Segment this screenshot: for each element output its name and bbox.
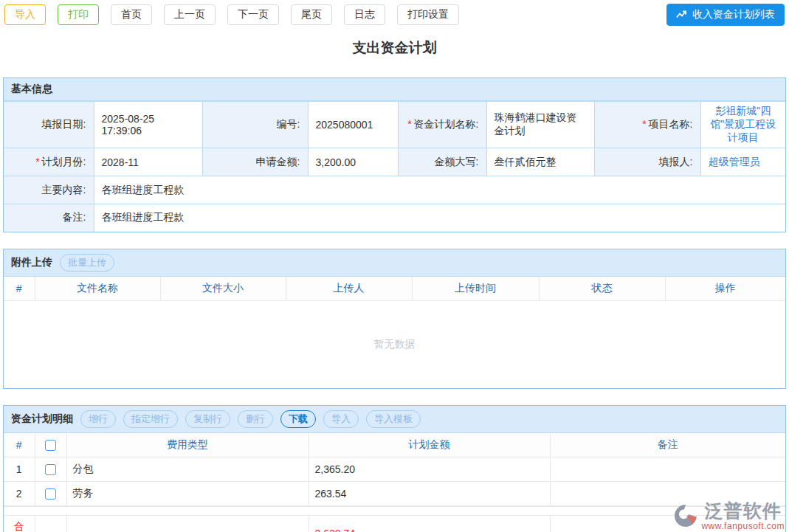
delete-row-button[interactable]: 删行 [238,410,273,428]
plan-name-label: *资金计划名称: [398,102,486,148]
detail-col-fee-type: 费用类型 [66,433,309,457]
attachment-col-actions: 操作 [665,277,785,301]
plan-name-value: 珠海鹤港口建设资金计划 [486,102,594,148]
detail-title: 资金计划明细 [11,412,73,426]
number-value: 2025080001 [308,102,398,148]
no-data-text: 暂无数据 [374,338,416,351]
attachment-section: 附件上传 批量上传 # 文件名称 文件大小 上传人 上传时间 状态 操作 暂无数… [3,249,786,389]
required-mark: * [35,156,39,167]
row-index: 2 [4,481,35,505]
apply-amount-label: 申请金额: [202,148,308,176]
basic-info-table: 填报日期: 2025-08-25 17:39:06 编号: 2025080001… [4,101,785,232]
total-fee-type-cell [66,515,309,532]
next-page-button[interactable]: 下一页 [227,4,279,25]
fill-date-label: 填报日期: [4,102,94,148]
add-row-button[interactable]: 增行 [80,410,116,428]
attachment-col-status: 状态 [539,277,665,301]
first-page-button[interactable]: 首页 [111,4,152,25]
attachment-col-uploader: 上传人 [286,277,412,301]
row-amount: 2,365.20 [309,457,550,481]
plan-month-value: 2028-11 [94,148,202,176]
plan-month-label: *计划月份: [4,148,94,176]
add-row-at-button[interactable]: 指定增行 [123,410,178,428]
attachment-table: # 文件名称 文件大小 上传人 上传时间 状态 操作 [4,277,785,301]
log-button[interactable]: 日志 [344,4,385,25]
row-amount: 263.54 [309,481,550,505]
row-remark [550,457,785,481]
row-index: 1 [4,457,35,481]
print-settings-button[interactable]: 打印设置 [397,4,459,25]
detail-col-remark: 备注 [550,433,785,457]
prev-page-button[interactable]: 上一页 [164,4,216,25]
download-button[interactable]: 下载 [280,410,316,428]
select-all-checkbox[interactable] [45,440,56,451]
required-mark: * [642,118,646,130]
remark-label: 备注: [4,204,94,232]
attachment-col-file-name: 文件名称 [35,277,160,301]
table-row: 1 分包 2,365.20 [4,457,785,481]
fanpu-url: www.fanpusoft.com [701,522,785,531]
attachment-col-file-size: 文件大小 [160,277,286,301]
row-select-cell [35,481,66,505]
print-button[interactable]: 打印 [58,4,99,25]
amount-caps-value: 叁仟贰佰元整 [486,148,594,176]
basic-info-header: 基本信息 [4,78,785,101]
page-title: 支出资金计划 [0,38,789,58]
copy-row-button[interactable]: 复制行 [185,410,230,428]
row-fee-type: 分包 [66,457,309,481]
attachment-col-upload-time: 上传时间 [412,277,539,301]
import-template-button[interactable]: 导入模板 [366,410,421,428]
attachment-title: 附件上传 [11,256,52,269]
attachment-header: 附件上传 批量上传 [4,249,785,277]
main-content-label: 主要内容: [4,176,94,204]
fanpu-brand-name: 泛普软件 [705,502,782,520]
row-checkbox[interactable] [45,488,56,500]
detail-table: # 费用类型 计划金额 备注 1 分包 2,365.20 2 劳务 263.54 [4,433,785,506]
row-checkbox[interactable] [45,464,56,475]
detail-import-button[interactable]: 导入 [323,410,359,428]
attachment-empty-body: 暂无数据 [4,301,785,388]
income-fund-plan-list-label: 收入资金计划列表 [692,8,775,21]
row-fee-type: 劳务 [66,481,309,505]
total-label: 合计 [4,515,35,532]
attachment-col-index: # [4,277,35,301]
fanpu-logo-icon [673,503,698,528]
trending-arrow-icon [676,10,687,19]
detail-col-plan-amount: 计划金额 [309,433,550,457]
detail-col-select [35,433,66,457]
row-select-cell [35,457,66,481]
basic-info-section: 基本信息 填报日期: 2025-08-25 17:39:06 编号: 20250… [3,77,786,232]
fund-plan-detail-section: 资金计划明细 增行 指定增行 复制行 删行 下载 导入 导入模板 # 费用类型 … [3,405,786,532]
total-amount: 2,628.74 [309,515,550,532]
project-label: *项目名称: [594,102,700,148]
apply-amount-value: 3,200.00 [308,148,398,176]
filler-label: 填报人: [594,148,700,176]
remark-value: 各班组进度工程款 [94,204,785,232]
main-content-value: 各班组进度工程款 [94,176,785,204]
batch-upload-button[interactable]: 批量上传 [60,254,114,272]
amount-caps-label: 金额大写: [398,148,486,176]
last-page-button[interactable]: 尾页 [291,4,332,25]
basic-info-title: 基本信息 [11,83,52,96]
fill-date-value: 2025-08-25 17:39:06 [94,102,202,148]
detail-header: 资金计划明细 增行 指定增行 复制行 删行 下载 导入 导入模板 [4,406,785,433]
fanpu-watermark: 泛普软件 www.fanpusoft.com [673,502,785,531]
number-label: 编号: [202,102,308,148]
income-fund-plan-list-button[interactable]: 收入资金计划列表 [666,4,785,26]
required-mark: * [407,118,411,130]
total-select-cell [35,515,66,532]
project-value-link[interactable]: 彭祖新城"四馆"景观工程设计项目 [700,102,785,148]
detail-total-row: 合计 2,628.74 [4,515,785,532]
import-button[interactable]: 导入 [4,4,46,25]
filler-value-link[interactable]: 超级管理员 [700,148,785,176]
fanpu-watermark-text: 泛普软件 www.fanpusoft.com [701,502,785,531]
detail-col-index: # [4,433,35,457]
table-row: 2 劳务 263.54 [4,481,785,505]
table-spacer [4,506,785,515]
toolbar: 导入 打印 首页 上一页 下一页 尾页 日志 打印设置 收入资金计划列表 [0,0,789,29]
